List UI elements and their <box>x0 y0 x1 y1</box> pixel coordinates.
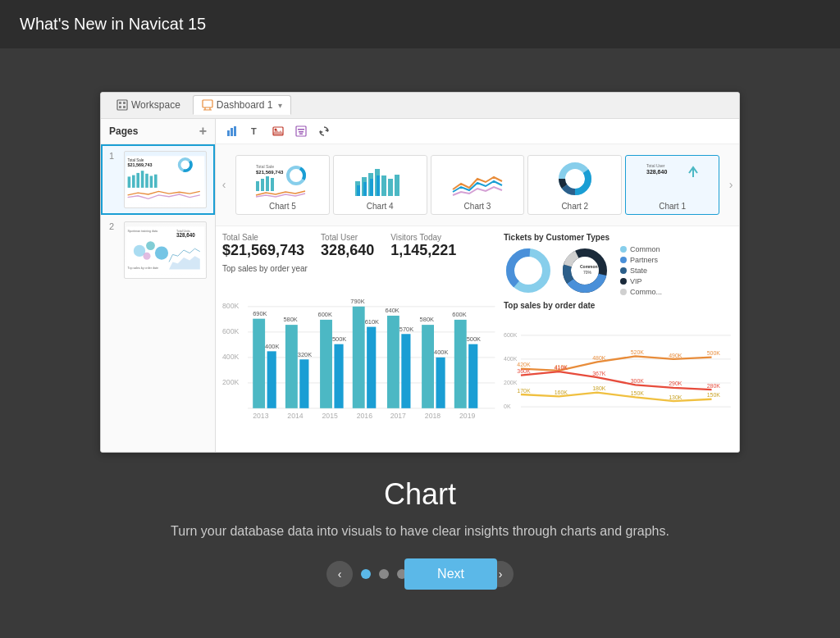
svg-rect-58 <box>395 175 399 196</box>
chart-tool-button[interactable] <box>222 122 242 140</box>
svg-text:T: T <box>251 126 257 136</box>
legend-label-vip: VIP <box>630 277 642 285</box>
svg-rect-60 <box>363 182 367 196</box>
bar-chart-svg: 800K 600K 400K 200K <box>222 280 497 445</box>
stat-total-user-value: 328,640 <box>321 242 374 259</box>
svg-text:690K: 690K <box>253 309 267 317</box>
svg-rect-86 <box>299 359 308 408</box>
svg-text:600K: 600K <box>318 311 332 318</box>
nav-dot-2[interactable] <box>379 569 389 579</box>
legend-vip: VIP <box>620 277 662 285</box>
workspace-icon <box>116 99 128 111</box>
screenshot-frame: Workspace Dashboard 1 ▾ Pages + <box>100 92 740 453</box>
carousel-next[interactable]: › <box>723 148 739 222</box>
svg-rect-59 <box>357 185 360 196</box>
image-icon <box>272 125 284 137</box>
svg-text:500K: 500K <box>707 350 721 356</box>
tab-workspace[interactable]: Workspace <box>107 95 189 115</box>
text-icon: T <box>249 125 261 137</box>
image-tool-button[interactable] <box>268 122 288 140</box>
bar-chart-area: 800K 600K 400K 200K <box>222 280 497 445</box>
stat-total-user-label: Total User <box>321 233 374 242</box>
chart-thumb-5[interactable]: Total Sale $21,569,743 <box>235 155 330 215</box>
feature-section: Chart Turn your database data into visua… <box>154 453 686 541</box>
svg-text:200K: 200K <box>222 378 239 386</box>
chart-thumb-1[interactable]: Total User 328,640 Chart 1 <box>625 155 719 215</box>
content-area: Pages + 1 Total Sale $21,569,743 <box>101 119 739 452</box>
svg-rect-88 <box>320 319 332 408</box>
nav-dot-1[interactable] <box>361 569 371 579</box>
chart-thumb-2[interactable]: Chart 2 <box>527 155 622 215</box>
page-item-1[interactable]: 1 Total Sale $21,569,743 <box>101 144 215 215</box>
page-thumb-2: Sportman training data Total Units 328,6… <box>124 221 207 279</box>
tickets-legend: Common Partners State <box>620 245 662 296</box>
svg-rect-80 <box>253 318 265 408</box>
feature-title: Chart <box>171 477 669 512</box>
svg-text:600K: 600K <box>452 311 466 318</box>
svg-text:600K: 600K <box>222 327 239 335</box>
add-page-button[interactable]: + <box>199 124 207 139</box>
svg-text:Sportman training data: Sportman training data <box>128 230 158 233</box>
svg-text:580K: 580K <box>283 316 297 323</box>
svg-rect-98 <box>401 334 410 408</box>
tab-dropdown-arrow[interactable]: ▾ <box>278 101 282 110</box>
carousel-prev[interactable]: ‹ <box>216 148 232 222</box>
svg-point-26 <box>146 241 155 250</box>
dash-right: Tickets by Customer Types <box>504 233 733 445</box>
legend-label-partners: Partners <box>630 256 658 264</box>
svg-rect-33 <box>234 126 236 136</box>
svg-rect-31 <box>227 130 230 136</box>
refresh-tool-button[interactable] <box>314 122 334 140</box>
toolbar: T <box>216 119 739 144</box>
svg-marker-43 <box>320 130 323 134</box>
svg-text:367K: 367K <box>592 370 606 376</box>
svg-rect-51 <box>271 178 274 191</box>
svg-text:360K: 360K <box>517 368 531 374</box>
chart-thumb-3[interactable]: Chart 3 <box>431 155 525 215</box>
svg-text:Top sales by order date: Top sales by order date <box>128 267 158 270</box>
svg-rect-92 <box>353 306 365 408</box>
tab-dashboard[interactable]: Dashboard 1 ▾ <box>193 95 291 115</box>
legend-dot-state <box>620 267 627 274</box>
text-tool-button[interactable]: T <box>245 122 265 140</box>
svg-rect-49 <box>261 179 264 191</box>
svg-text:320K: 320K <box>298 350 312 358</box>
donut-row: Common 70% Common <box>504 245 733 296</box>
chart3-preview <box>435 159 521 200</box>
page-item-2[interactable]: 2 Sportman training data Total Units 328… <box>101 215 215 285</box>
svg-rect-90 <box>334 344 343 408</box>
svg-text:200K: 200K <box>504 380 518 385</box>
svg-rect-1 <box>119 102 121 104</box>
top-sales-title: Top sales by order date <box>504 301 733 310</box>
dashboard-icon <box>202 99 213 111</box>
tickets-section: Tickets by Customer Types <box>504 233 733 296</box>
svg-point-28 <box>144 252 151 259</box>
svg-text:130K: 130K <box>669 394 682 399</box>
svg-text:600K: 600K <box>504 332 518 338</box>
stat-visitors-value: 1,145,221 <box>390 242 456 259</box>
dash-left: Total Sale $21,569,743 Total User 328,64… <box>222 233 497 445</box>
stat-visitors: Visitors Today 1,145,221 <box>390 233 456 259</box>
sidebar-header: Pages + <box>101 119 215 144</box>
svg-text:$21,569,743: $21,569,743 <box>128 162 153 166</box>
svg-text:400K: 400K <box>504 356 518 362</box>
svg-text:328,640: 328,640 <box>176 231 195 238</box>
feature-description: Turn your database data into visuals to … <box>171 522 669 541</box>
nav-prev-button[interactable]: ‹ <box>326 561 353 587</box>
svg-text:2014: 2014 <box>287 412 303 420</box>
sidebar: Pages + 1 Total Sale $21,569,743 <box>101 119 216 452</box>
svg-rect-102 <box>436 357 445 408</box>
legend-label-state: State <box>630 267 647 275</box>
svg-rect-3 <box>119 106 121 108</box>
next-button[interactable]: Next <box>404 558 497 590</box>
legend-label-commo: Commo... <box>630 288 662 296</box>
svg-text:500K: 500K <box>332 335 346 342</box>
svg-text:180K: 180K <box>592 385 606 391</box>
page-num-1: 1 <box>109 151 119 208</box>
filter-tool-button[interactable] <box>291 122 311 140</box>
carousel-items: Total Sale $21,569,743 <box>232 152 723 218</box>
legend-partners: Partners <box>620 256 662 264</box>
stat-total-user: Total User 328,640 <box>321 233 374 259</box>
chart-thumb-4[interactable]: Chart 4 <box>333 155 427 215</box>
svg-rect-104 <box>454 319 467 408</box>
